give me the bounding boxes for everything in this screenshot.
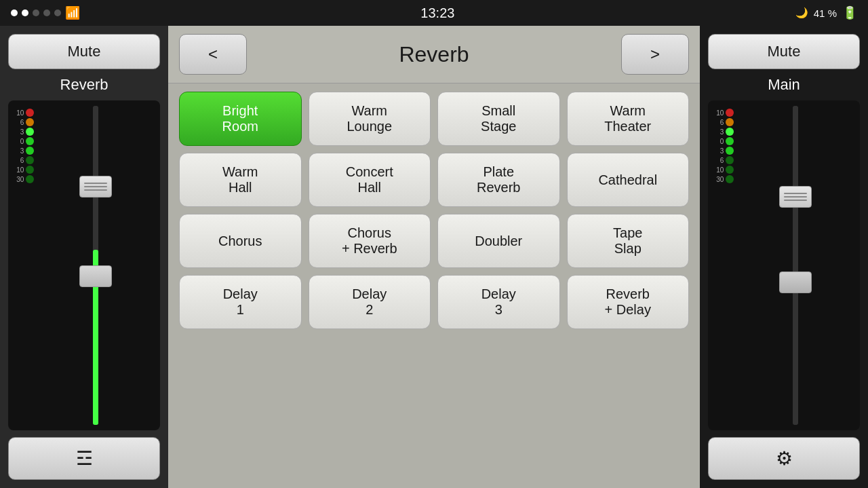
- preset-bright-room[interactable]: BrightRoom: [179, 92, 302, 146]
- preset-plate-reverb[interactable]: PlateReverb: [437, 153, 560, 207]
- right-gear-button[interactable]: ⚙: [708, 437, 860, 480]
- preset-reverb-delay[interactable]: Reverb+ Delay: [567, 275, 690, 329]
- preset-row-1: BrightRoom WarmLounge SmallStage WarmThe…: [179, 92, 689, 146]
- right-fader-container: 10 6 3 0 3: [708, 100, 860, 430]
- right-fader-handle-lower[interactable]: [779, 271, 812, 293]
- preset-chorus[interactable]: Chorus: [179, 214, 302, 268]
- led-row-10: 10: [14, 109, 34, 117]
- dot-1: [11, 10, 18, 16]
- preset-delay-3[interactable]: Delay3: [437, 275, 560, 329]
- r-led-red: [726, 109, 734, 117]
- preset-delay-1[interactable]: Delay1: [179, 275, 302, 329]
- r-led-green2: [726, 137, 734, 145]
- led-row-3b: 3: [14, 147, 34, 155]
- right-panel: Mute Main 10 6 3 0: [700, 26, 868, 488]
- preset-concert-hall[interactable]: ConcertHall: [309, 153, 431, 207]
- led-green3: [26, 147, 34, 155]
- right-fader-track-area[interactable]: [736, 106, 854, 425]
- preset-delay-2[interactable]: Delay2: [309, 275, 431, 329]
- dot-3: [33, 10, 39, 16]
- r-led-green4: [726, 156, 734, 164]
- left-fader-handle-lower[interactable]: [79, 265, 112, 287]
- preset-small-stage[interactable]: SmallStage: [437, 92, 560, 146]
- left-led-meter: 10 6 3 0 3: [14, 106, 34, 425]
- led-row-6b: 6: [14, 156, 34, 164]
- gear-icon: ⚙: [776, 447, 793, 470]
- r-led-green1: [726, 128, 734, 136]
- led-row-3: 3: [14, 128, 34, 136]
- status-time: 13:23: [420, 5, 454, 21]
- left-fader-handle-upper[interactable]: [79, 176, 112, 198]
- handle-line-2: [84, 186, 107, 187]
- preset-row-2: WarmHall ConcertHall PlateReverb Cathedr…: [179, 153, 689, 207]
- preset-row-3: Chorus Chorus+ Reverb Doubler TapeSlap: [179, 214, 689, 268]
- led-row-30: 30: [14, 175, 34, 183]
- left-panel: Mute Reverb 10 6 3 0: [0, 26, 168, 488]
- led-row-0: 0: [14, 137, 34, 145]
- right-fader-track: [793, 106, 798, 425]
- led-orange: [26, 118, 34, 126]
- preset-warm-lounge[interactable]: WarmLounge: [309, 92, 431, 146]
- preset-grid: BrightRoom WarmLounge SmallStage WarmThe…: [168, 83, 700, 488]
- dot-5: [54, 10, 61, 16]
- led-green4: [26, 156, 34, 164]
- r-handle-line-1: [784, 193, 807, 194]
- status-left: 📶: [11, 5, 80, 20]
- prev-button[interactable]: <: [179, 34, 247, 75]
- r-led-green5: [726, 166, 734, 174]
- right-mute-button[interactable]: Mute: [708, 34, 860, 69]
- main-layout: Mute Reverb 10 6 3 0: [0, 26, 868, 488]
- r-handle-line-3: [784, 200, 807, 201]
- right-led-meter: 10 6 3 0 3: [713, 106, 734, 425]
- moon-icon: 🌙: [795, 7, 808, 19]
- left-mute-button[interactable]: Mute: [8, 34, 160, 69]
- preset-warm-hall[interactable]: WarmHall: [179, 153, 302, 207]
- led-row-6: 6: [14, 118, 34, 126]
- left-channel-label: Reverb: [60, 76, 108, 94]
- led-red: [26, 109, 34, 117]
- led-row-10b: 10: [14, 166, 34, 174]
- center-header: < Reverb >: [168, 26, 700, 83]
- center-panel: < Reverb > BrightRoom WarmLounge SmallSt…: [168, 26, 700, 488]
- led-green1: [26, 128, 34, 136]
- left-settings-button[interactable]: ☲: [8, 437, 160, 480]
- battery-label: 41 %: [814, 7, 837, 19]
- led-green6: [26, 175, 34, 183]
- left-fader-container: 10 6 3 0 3: [8, 100, 160, 430]
- left-fader-track: [93, 106, 98, 425]
- preset-warm-theater[interactable]: WarmTheater: [567, 92, 690, 146]
- preset-cathedral[interactable]: Cathedral: [567, 153, 690, 207]
- center-title: Reverb: [399, 42, 469, 67]
- right-channel-label: Main: [768, 76, 800, 94]
- next-button[interactable]: >: [621, 34, 689, 75]
- led-green2: [26, 137, 34, 145]
- handle-line-3: [84, 189, 107, 191]
- battery-icon: 🔋: [842, 5, 857, 20]
- preset-tape-slap[interactable]: TapeSlap: [567, 214, 690, 268]
- r-handle-line-2: [784, 196, 807, 198]
- r-led-green3: [726, 147, 734, 155]
- handle-line-1: [84, 183, 107, 184]
- wifi-icon: 📶: [65, 5, 80, 20]
- left-fader-track-area[interactable]: [37, 106, 155, 425]
- r-led-green6: [726, 175, 734, 183]
- status-right: 🌙 41 % 🔋: [795, 5, 857, 20]
- r-led-orange: [726, 118, 734, 126]
- led-green5: [26, 166, 34, 174]
- dot-4: [43, 10, 50, 16]
- fader-icon: ☲: [76, 447, 93, 470]
- preset-row-4: Delay1 Delay2 Delay3 Reverb+ Delay: [179, 275, 689, 329]
- status-bar: 📶 13:23 🌙 41 % 🔋: [0, 0, 868, 26]
- preset-doubler[interactable]: Doubler: [437, 214, 560, 268]
- preset-chorus-reverb[interactable]: Chorus+ Reverb: [309, 214, 431, 268]
- dot-2: [22, 10, 28, 16]
- right-fader-handle-upper[interactable]: [779, 186, 812, 208]
